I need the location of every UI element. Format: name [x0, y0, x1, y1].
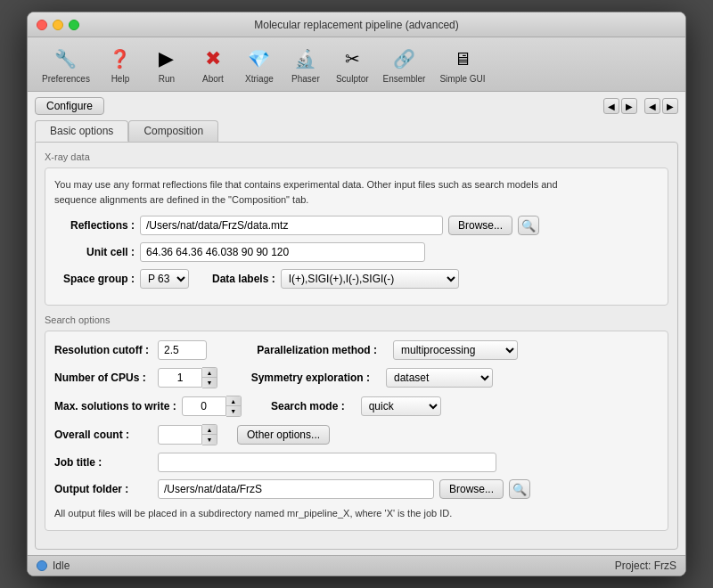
overall-count-increment[interactable]: ▲	[202, 425, 217, 435]
unit-cell-input[interactable]	[140, 242, 425, 262]
toolbar-ensembler-label: Ensembler	[383, 74, 426, 84]
toolbar-sculptor-label: Sculptor	[336, 74, 369, 84]
nav-up-arrow[interactable]: ◀	[644, 98, 660, 114]
resolution-row: Resolution cutoff : Parallelization meth…	[54, 340, 659, 360]
xray-info-text: You may use any format reflections file …	[54, 177, 659, 207]
toolbar-preferences[interactable]: 🔧 Preferences	[37, 43, 95, 86]
output-folder-search-icon[interactable]: 🔍	[509, 479, 530, 499]
tab-basic-options[interactable]: Basic options	[35, 120, 128, 142]
num-cpus-input[interactable]	[158, 368, 202, 388]
panel: X-ray data You may use any format reflec…	[35, 142, 678, 550]
unit-cell-label: Unit cell :	[54, 246, 135, 258]
unit-cell-row: Unit cell :	[54, 242, 659, 262]
toolbar-abort[interactable]: ✖ Abort	[192, 43, 234, 86]
output-info-text: All output files will be placed in a sub…	[54, 506, 659, 521]
parallelization-label: Parallelization method :	[239, 344, 377, 356]
max-solutions-spinner-buttons: ▲ ▼	[226, 396, 242, 417]
data-labels-select[interactable]: I(+),SIGI(+),I(-),SIGI(-)	[281, 269, 459, 289]
search-section-title: Search options	[45, 314, 668, 325]
sculptor-icon: ✂	[338, 45, 366, 73]
output-folder-browse-button[interactable]: Browse...	[439, 479, 504, 499]
num-cpus-label: Number of CPUs :	[54, 372, 152, 384]
title-bar: Molecular replacement pipeline (advanced…	[28, 12, 685, 37]
num-cpus-decrement[interactable]: ▼	[202, 378, 217, 388]
output-folder-label: Output folder :	[54, 483, 152, 495]
reflections-browse-button[interactable]: Browse...	[448, 216, 512, 235]
status-text: Idle	[53, 559, 70, 572]
search-mode-label: Search mode :	[265, 400, 345, 412]
main-window: Molecular replacement pipeline (advanced…	[27, 12, 686, 576]
output-folder-input[interactable]	[158, 479, 434, 499]
reflections-label: Reflections :	[54, 219, 135, 232]
xray-section: You may use any format reflections file …	[45, 167, 668, 306]
symmetry-select[interactable]: dataset	[386, 368, 493, 388]
toolbar-sculptor[interactable]: ✂ Sculptor	[331, 43, 374, 86]
preferences-icon: 🔧	[52, 45, 80, 73]
max-solutions-spinner: ▲ ▼	[182, 396, 242, 417]
xray-section-title: X-ray data	[45, 151, 668, 162]
help-icon: ❓	[106, 45, 135, 73]
status-left: Idle	[37, 559, 70, 572]
status-bar: Idle Project: FrzS	[28, 555, 685, 576]
resolution-label: Resolution cutoff :	[54, 344, 152, 356]
nav-forward-arrow[interactable]: ▶	[621, 98, 637, 114]
space-group-select[interactable]: P 63	[140, 269, 189, 289]
toolbar-run[interactable]: ▶ Run	[145, 43, 188, 86]
project-text: Project: FrzS	[615, 559, 676, 572]
toolbar-abort-label: Abort	[202, 74, 224, 84]
overall-count-decrement[interactable]: ▼	[202, 435, 217, 445]
max-solutions-decrement[interactable]: ▼	[226, 406, 241, 416]
symmetry-label: Symmetry exploration :	[241, 372, 370, 384]
ensembler-icon: 🔗	[390, 45, 419, 73]
xtriage-icon: 💎	[245, 45, 274, 73]
num-cpus-spinner-buttons: ▲ ▼	[202, 367, 217, 388]
overall-count-row: Overall count : ▲ ▼ Other options...	[54, 424, 659, 445]
other-options-button[interactable]: Other options...	[237, 425, 330, 445]
abort-icon: ✖	[199, 45, 227, 73]
parallelization-select[interactable]: multiprocessing	[393, 340, 518, 360]
max-solutions-row: Max. solutions to write : ▲ ▼ Search mod…	[54, 396, 659, 417]
window-title: Molecular replacement pipeline (advanced…	[254, 19, 458, 31]
output-folder-row: Output folder : Browse... 🔍	[54, 479, 659, 499]
space-group-row: Space group : P 63 Data labels : I(+),SI…	[54, 269, 659, 289]
job-title-label: Job title :	[54, 456, 152, 469]
minimize-button[interactable]	[53, 20, 63, 30]
overall-count-label: Overall count :	[54, 429, 152, 441]
data-labels-label: Data labels :	[212, 273, 275, 285]
num-cpus-row: Number of CPUs : ▲ ▼ Symmetry exploratio…	[54, 367, 659, 388]
tab-composition[interactable]: Composition	[128, 120, 218, 142]
toolbar-ensembler[interactable]: 🔗 Ensembler	[378, 43, 431, 86]
space-group-label: Space group :	[54, 273, 135, 285]
reflections-search-icon[interactable]: 🔍	[518, 216, 539, 235]
toolbar-simple-gui-label: Simple GUI	[439, 74, 485, 84]
toolbar-help-label: Help	[111, 74, 130, 84]
phaser-icon: 🔬	[291, 45, 320, 73]
close-button[interactable]	[37, 20, 47, 30]
maximize-button[interactable]	[69, 20, 79, 30]
job-title-row: Job title :	[54, 453, 659, 472]
simple-gui-icon: 🖥	[448, 45, 477, 73]
search-mode-select[interactable]: quick	[361, 396, 441, 416]
overall-count-spinner-buttons: ▲ ▼	[202, 424, 217, 445]
overall-count-spinner: ▲ ▼	[158, 424, 217, 445]
toolbar-phaser[interactable]: 🔬 Phaser	[284, 43, 327, 86]
nav-down-arrow[interactable]: ▶	[662, 98, 678, 114]
num-cpus-spinner: ▲ ▼	[158, 367, 217, 388]
max-solutions-label: Max. solutions to write :	[54, 400, 176, 412]
toolbar-xtriage[interactable]: 💎 Xtriage	[238, 43, 281, 86]
tabs: Basic options Composition	[35, 120, 678, 142]
nav-back-arrow[interactable]: ◀	[603, 98, 619, 114]
max-solutions-input[interactable]	[182, 396, 226, 416]
job-title-input[interactable]	[158, 453, 496, 472]
toolbar-help[interactable]: ❓ Help	[99, 43, 142, 86]
configure-button[interactable]: Configure	[35, 97, 104, 115]
content-area: Configure ◀ ▶ ◀ ▶ Basic options Composit…	[28, 92, 685, 555]
reflections-input[interactable]	[140, 216, 443, 235]
toolbar-phaser-label: Phaser	[291, 74, 320, 84]
max-solutions-increment[interactable]: ▲	[226, 396, 241, 406]
traffic-lights	[37, 20, 79, 30]
toolbar-simple-gui[interactable]: 🖥 Simple GUI	[434, 43, 490, 86]
overall-count-input[interactable]	[158, 425, 202, 445]
num-cpus-increment[interactable]: ▲	[202, 368, 217, 378]
resolution-input[interactable]	[158, 340, 207, 360]
